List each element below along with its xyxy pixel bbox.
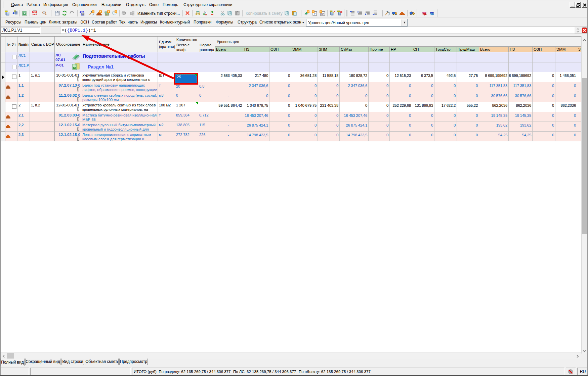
svg-text:P: P bbox=[314, 13, 316, 15]
svg-text:PDF: PDF bbox=[33, 11, 36, 13]
svg-text:ПР: ПР bbox=[321, 13, 324, 15]
svg-text:P: P bbox=[74, 67, 75, 69]
